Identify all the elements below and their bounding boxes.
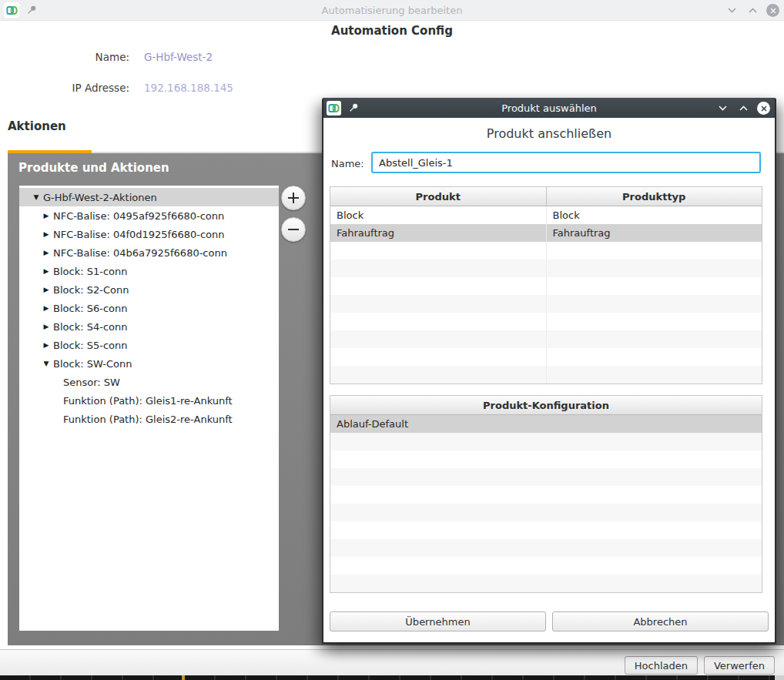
tree-item[interactable]: ▶Block: S2-Conn: [19, 280, 279, 299]
screen: Automatisierung bearbeiten Automation Co…: [0, 0, 784, 680]
product-actions-tree[interactable]: ▼G-Hbf-West-2-Aktionen▶NFC-Balise: 0495a…: [19, 186, 279, 631]
collapsed-arrow-icon[interactable]: ▶: [39, 323, 53, 330]
tree-item-label: Block: S5-conn: [53, 340, 127, 351]
app-logo-icon[interactable]: [4, 2, 19, 18]
collapsed-arrow-icon[interactable]: ▶: [39, 212, 53, 219]
collapsed-arrow-icon[interactable]: ▶: [39, 286, 53, 293]
tree-item[interactable]: ▶Block: S5-conn: [19, 336, 279, 354]
table-cell: [330, 433, 762, 451]
remove-button[interactable]: [281, 217, 306, 242]
table-cell: [330, 260, 546, 277]
table-empty-row: [330, 348, 762, 366]
table-row[interactable]: BlockBlock: [330, 206, 762, 224]
table-cell: [330, 504, 762, 521]
column-header-produkt-konfiguration[interactable]: Produkt-Konfiguration: [330, 396, 762, 414]
table-empty-row: [330, 433, 762, 451]
table-cell: [330, 557, 762, 574]
tree-item[interactable]: ▶NFC-Balise: 0495af925f6680-conn: [19, 206, 279, 225]
table-cell: [546, 348, 762, 366]
taskbar-accent: [182, 675, 185, 680]
uebernehmen-button[interactable]: Übernehmen: [330, 611, 546, 631]
minus-icon: [286, 223, 300, 236]
table-empty-row: [330, 521, 762, 539]
dialog-minimize-icon[interactable]: [715, 102, 729, 116]
tree-item[interactable]: Funktion (Path): Gleis2-re-Ankunft: [19, 410, 279, 428]
panel-title: Produkte und Aktionen: [18, 161, 169, 175]
main-maximize-icon[interactable]: [745, 4, 759, 18]
tree-item[interactable]: ▶Block: S6-conn: [19, 299, 279, 317]
produkt-auswaehlen-dialog: Produkt auswählen Produkt anschließen Na…: [322, 98, 776, 644]
dialog-pin-icon[interactable]: [348, 102, 359, 113]
column-header-produkttyp[interactable]: Produkttyp: [546, 187, 762, 206]
collapsed-arrow-icon[interactable]: ▶: [39, 249, 53, 256]
dialog-titlebar[interactable]: Produkt auswählen: [323, 98, 775, 118]
tree-item-label: Block: S2-Conn: [53, 284, 129, 296]
tree-item-label: Funktion (Path): Gleis1-re-Ankunft: [63, 395, 233, 407]
main-close-icon[interactable]: [766, 4, 779, 17]
dialog-title: Produkt auswählen: [323, 102, 775, 114]
tab-aktionen[interactable]: Aktionen: [8, 119, 66, 133]
tree-item[interactable]: ▶NFC-Balise: 04b6a7925f6680-conn: [19, 243, 279, 262]
main-window-title: Automatisierung bearbeiten: [0, 5, 784, 16]
collapsed-arrow-icon[interactable]: ▶: [39, 230, 53, 238]
tree-item[interactable]: ▼G-Hbf-West-2-Aktionen: [19, 188, 279, 206]
table-cell: [330, 242, 546, 260]
dialog-close-icon[interactable]: [757, 102, 770, 115]
collapsed-arrow-icon[interactable]: ▶: [39, 267, 53, 275]
table-empty-row: [330, 468, 762, 486]
table-cell: [546, 295, 762, 313]
table-cell: [546, 277, 762, 295]
config-table-header: Produkt-Konfiguration: [330, 396, 762, 415]
table-empty-row: [330, 366, 762, 384]
table-cell: [330, 539, 762, 557]
name-field-row: Name: G-Hbf-West-2: [0, 51, 213, 63]
tree-item[interactable]: ▶Block: S4-conn: [19, 317, 279, 336]
dialog-maximize-icon[interactable]: [736, 102, 750, 116]
ip-address-value: 192.168.188.145: [144, 82, 233, 94]
table-row[interactable]: FahrauftragFahrauftrag: [330, 224, 762, 242]
pin-icon[interactable]: [26, 5, 37, 15]
table-cell: [546, 330, 762, 348]
dialog-name-input[interactable]: [371, 152, 761, 173]
plus-icon: [286, 191, 300, 205]
collapsed-arrow-icon[interactable]: ▶: [39, 304, 53, 312]
hochladen-button[interactable]: Hochladen: [625, 656, 698, 675]
table-cell: Fahrauftrag: [546, 224, 762, 242]
main-minimize-icon[interactable]: [725, 4, 739, 18]
tree-item-label: Funktion (Path): Gleis2-re-Ankunft: [63, 414, 233, 425]
add-button[interactable]: [281, 186, 306, 210]
main-window-titlebar[interactable]: Automatisierung bearbeiten: [0, 0, 784, 21]
tree-item[interactable]: ▶NFC-Balise: 04f0d1925f6680-conn: [19, 225, 279, 243]
tree-item-label: Sensor: SW: [63, 377, 120, 388]
product-table-header: Produkt Produkttyp: [330, 187, 762, 206]
tree-item[interactable]: ▼Block: SW-Conn: [19, 354, 279, 373]
tree-item[interactable]: Funktion (Path): Gleis1-re-Ankunft: [19, 391, 279, 410]
dialog-app-logo-icon[interactable]: [327, 101, 341, 116]
config-table: Produkt-Konfiguration Ablauf-Default: [330, 395, 762, 593]
table-empty-row: [330, 330, 762, 348]
tree-item-label: NFC-Balise: 0495af925f6680-conn: [53, 210, 224, 222]
product-table: Produkt Produkttyp BlockBlockFahrauftrag…: [330, 186, 762, 384]
expanded-arrow-icon[interactable]: ▼: [39, 360, 53, 367]
expanded-arrow-icon[interactable]: ▼: [29, 193, 43, 201]
table-row[interactable]: Ablauf-Default: [330, 415, 762, 433]
tree-item[interactable]: Sensor: SW: [19, 373, 279, 391]
table-cell: [330, 451, 762, 468]
table-cell: [546, 242, 762, 260]
footer-bar: Hochladen Verwerfen: [0, 649, 784, 675]
dialog-name-label: Name:: [331, 158, 364, 169]
table-empty-row: [330, 574, 762, 592]
collapsed-arrow-icon[interactable]: ▶: [39, 341, 53, 349]
table-empty-row: [330, 313, 762, 330]
tree-item[interactable]: ▶Block: S1-conn: [19, 262, 279, 280]
column-header-produkt[interactable]: Produkt: [330, 187, 546, 206]
abbrechen-button[interactable]: Abbrechen: [552, 611, 769, 631]
name-label: Name:: [0, 51, 129, 63]
verwerfen-button[interactable]: Verwerfen: [704, 656, 775, 675]
table-cell: [330, 330, 546, 348]
table-empty-row: [330, 242, 762, 260]
dialog-button-row: Übernehmen Abbrechen: [330, 611, 769, 631]
table-cell: [330, 295, 546, 313]
page-title: Automation Config: [0, 24, 784, 38]
taskbar-strip[interactable]: [0, 675, 784, 680]
